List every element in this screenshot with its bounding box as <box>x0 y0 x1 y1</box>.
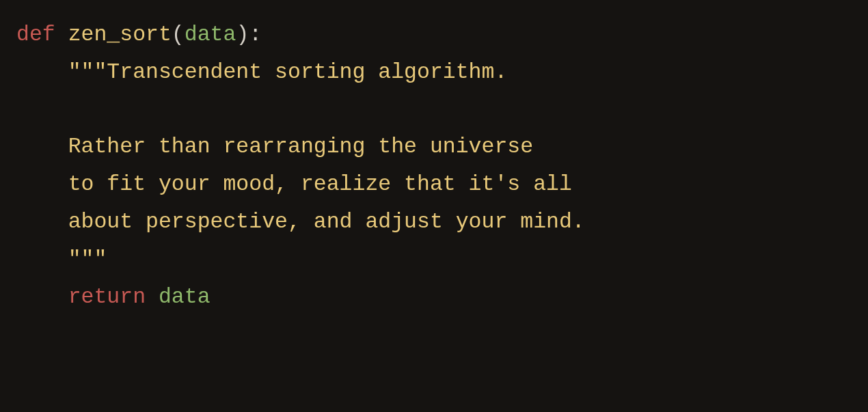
paren-open: ( <box>172 23 185 46</box>
keyword-return: return <box>68 285 146 309</box>
indent <box>16 60 68 84</box>
indent <box>16 172 68 196</box>
code-line-6: about perspective, and adjust your mind. <box>16 210 585 234</box>
code-block: def zen_sort(data): """Transcendent sort… <box>16 16 852 316</box>
code-line-5: to fit your mood, realize that it's all <box>16 172 572 196</box>
param-data: data <box>185 23 236 46</box>
docstring-line: about perspective, and adjust your mind. <box>68 210 585 234</box>
indent <box>16 135 68 159</box>
docstring-line: to fit your mood, realize that it's all <box>68 172 572 196</box>
paren-close: ) <box>236 23 249 46</box>
docstring-line: """Transcendent sorting algorithm. <box>68 60 508 84</box>
code-line-7: """ <box>16 247 107 271</box>
indent <box>16 210 68 234</box>
var-data: data <box>159 285 211 309</box>
docstring-line: Rather than rearranging the universe <box>68 135 534 159</box>
code-line-4: Rather than rearranging the universe <box>16 135 533 159</box>
code-line-8: return data <box>16 285 211 309</box>
space <box>55 23 68 46</box>
indent <box>16 247 68 271</box>
colon: : <box>249 23 262 46</box>
indent <box>16 285 68 309</box>
docstring-close: """ <box>68 247 107 271</box>
code-line-1: def zen_sort(data): <box>16 23 262 46</box>
code-line-2: """Transcendent sorting algorithm. <box>16 60 507 84</box>
keyword-def: def <box>16 23 55 46</box>
space <box>146 285 159 309</box>
function-name: zen_sort <box>68 23 172 46</box>
